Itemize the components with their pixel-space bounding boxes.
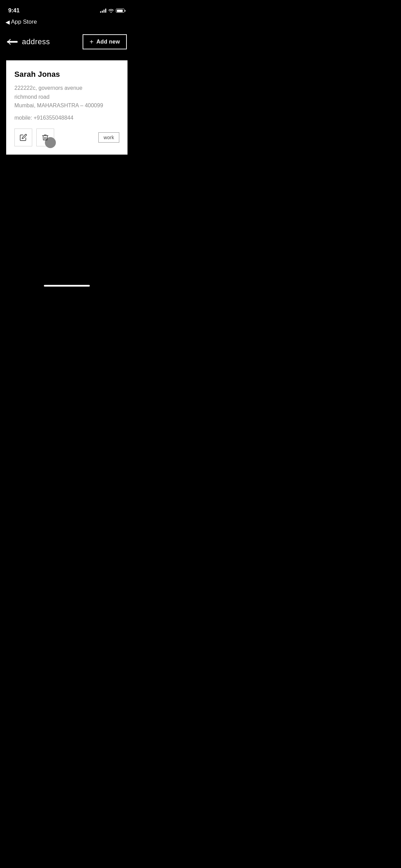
address-line-1: 222222c, governors avenue [14, 84, 119, 93]
add-new-button[interactable]: + Add new [83, 34, 127, 49]
signal-icon [100, 9, 106, 13]
back-button[interactable] [7, 41, 18, 43]
card-mobile: mobile: +916355048844 [14, 115, 119, 121]
header: address + Add new [0, 29, 134, 55]
back-arrow-icon [8, 41, 17, 42]
address-line-3: Mumbai, MAHARASHTRA – 400099 [14, 101, 119, 110]
address-card: Sarah Jonas 222222c, governors avenue ri… [6, 60, 127, 155]
status-time: 9:41 [8, 7, 20, 14]
delete-button[interactable] [36, 129, 54, 146]
status-bar: 9:41 [0, 0, 134, 16]
app-store-label: App Store [11, 19, 37, 25]
edit-icon [20, 134, 27, 141]
edit-button[interactable] [14, 129, 32, 146]
add-new-label: Add new [96, 39, 120, 45]
header-left: address [7, 37, 50, 46]
page-title: address [22, 37, 50, 46]
work-badge: work [98, 132, 119, 143]
delete-icon [41, 134, 49, 141]
home-indicator [44, 285, 90, 287]
address-line-2: richmond road [14, 93, 119, 101]
card-address: 222222c, governors avenue richmond road … [14, 84, 119, 110]
plus-icon: + [89, 38, 94, 45]
card-name: Sarah Jonas [14, 70, 119, 79]
app-store-nav[interactable]: ◀ App Store [0, 16, 134, 27]
app-store-back-arrow: ◀ [5, 19, 10, 25]
wifi-icon [108, 9, 114, 13]
battery-icon [116, 9, 125, 13]
status-icons [100, 9, 125, 13]
card-actions: work [14, 129, 119, 146]
